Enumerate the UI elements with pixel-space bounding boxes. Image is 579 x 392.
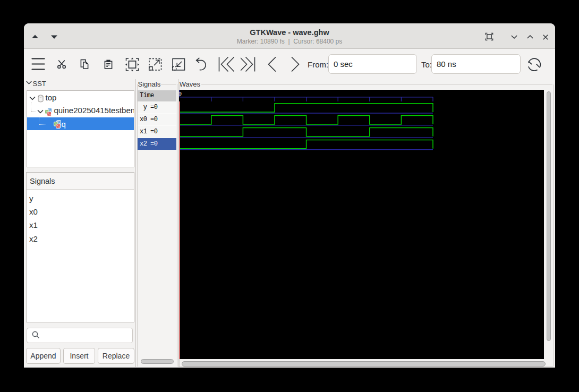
- svg-text:0: 0: [179, 91, 182, 97]
